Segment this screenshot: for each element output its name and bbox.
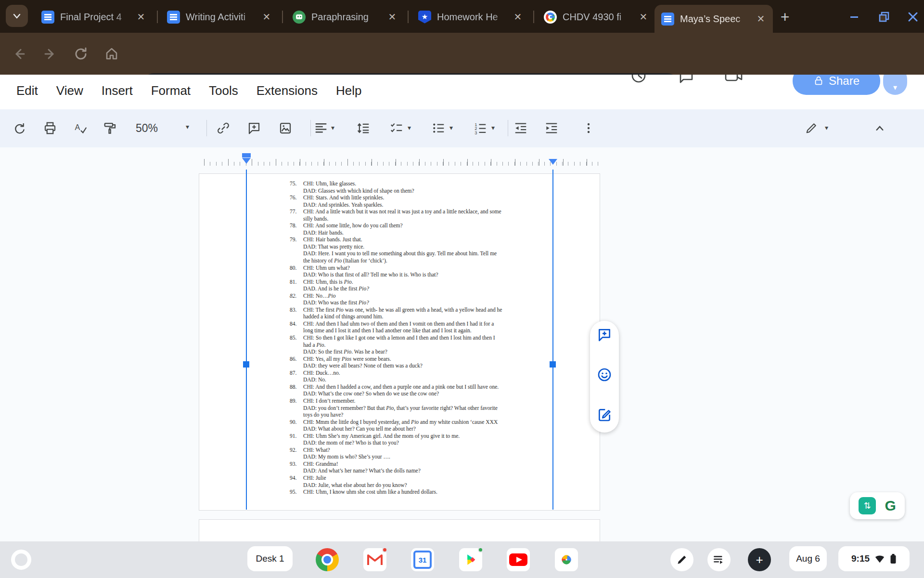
app-chrome[interactable] xyxy=(316,548,339,571)
chevron-down-icon[interactable]: ▾ xyxy=(491,124,495,131)
menu-extensions[interactable]: Extensions xyxy=(251,80,323,101)
browser-toolbar: docs.google.com/document/d/1Ailwe7x4C-yU… xyxy=(0,33,924,75)
right-indent-marker[interactable] xyxy=(549,159,557,165)
add-comment-button[interactable] xyxy=(246,120,262,136)
meet-button[interactable] xyxy=(724,75,744,84)
stylus-tools-button[interactable] xyxy=(670,548,693,571)
decrease-indent-button[interactable] xyxy=(513,120,529,136)
desk-button[interactable]: Desk 1 xyxy=(247,546,293,571)
minimize-button[interactable] xyxy=(846,9,862,25)
new-tab-button[interactable]: + xyxy=(776,8,794,26)
selection-left-border xyxy=(246,170,247,510)
transcript-line: 83.CHI: The first Pio was one, with- he … xyxy=(290,306,502,314)
transcript-line: DAD: Julie, what else about her do you k… xyxy=(290,482,502,489)
add-comment-icon xyxy=(597,327,612,342)
checklist-button[interactable] xyxy=(388,120,405,136)
battery-icon xyxy=(890,553,897,564)
close-icon[interactable]: ✕ xyxy=(511,10,525,24)
numbered-list-button[interactable]: 123 xyxy=(472,120,488,136)
insert-link-button[interactable] xyxy=(215,120,231,136)
tab-mayas-speech-active[interactable]: Maya’s Speec ✕ xyxy=(654,5,773,33)
tab-title: Final Project 4 xyxy=(60,12,134,23)
close-icon[interactable]: ✕ xyxy=(754,12,768,26)
home-button[interactable] xyxy=(102,44,121,64)
selection-handle-right[interactable] xyxy=(550,361,556,368)
close-icon[interactable]: ✕ xyxy=(385,10,399,24)
date-button[interactable]: Aug 6 xyxy=(789,546,827,571)
chevron-down-icon[interactable]: ▾ xyxy=(449,124,453,131)
line-spacing-button[interactable] xyxy=(355,120,372,136)
tab-writing-activity[interactable]: Writing Activiti ✕ xyxy=(160,5,279,29)
version-history-button[interactable] xyxy=(630,75,647,84)
increase-indent-button[interactable] xyxy=(543,120,560,136)
close-icon[interactable]: ✕ xyxy=(134,10,148,24)
menu-help[interactable]: Help xyxy=(330,80,367,101)
insert-image-button[interactable] xyxy=(277,120,294,136)
close-window-button[interactable] xyxy=(905,9,921,25)
restore-icon xyxy=(878,11,890,23)
launcher-button[interactable] xyxy=(11,550,31,570)
menu-insert[interactable]: Insert xyxy=(96,80,139,101)
emoji-react-button[interactable] xyxy=(596,367,613,383)
app-play-store[interactable] xyxy=(459,548,482,571)
tab-divider xyxy=(533,11,534,23)
print-button[interactable] xyxy=(42,120,58,136)
media-queue-button[interactable] xyxy=(707,548,731,571)
left-indent-marker[interactable] xyxy=(242,153,251,166)
comment-icon xyxy=(677,75,694,84)
app-photos[interactable] xyxy=(555,548,578,571)
tab-search-button[interactable] xyxy=(6,5,28,27)
close-icon[interactable]: ✕ xyxy=(259,10,274,24)
tab-paraphrasing[interactable]: Paraphrasing ✕ xyxy=(286,5,404,29)
forward-button[interactable] xyxy=(40,44,60,64)
paint-format-button[interactable] xyxy=(102,120,118,136)
emoji-smiley-icon xyxy=(597,367,612,382)
spell-check-button[interactable]: A xyxy=(73,120,89,136)
transcript-line: DAD: What’s the cow one? So when do we u… xyxy=(290,390,502,397)
spell-check-icon: A xyxy=(74,121,88,135)
document-canvas: 75.CHI: Uhm, like glasses.DAD: Glasses w… xyxy=(0,147,924,541)
docs-icon xyxy=(41,11,54,24)
hide-menus-button[interactable] xyxy=(872,120,888,136)
align-button[interactable] xyxy=(313,120,329,136)
comments-button[interactable] xyxy=(677,75,694,84)
back-button[interactable] xyxy=(10,44,29,64)
chevron-down-icon[interactable]: ▾ xyxy=(408,124,411,131)
close-icon[interactable]: ✕ xyxy=(636,10,651,24)
redo-button[interactable] xyxy=(11,120,27,136)
menu-format[interactable]: Format xyxy=(145,80,196,101)
editing-mode-button[interactable] xyxy=(803,120,820,136)
chevron-down-icon[interactable]: ▾ xyxy=(331,124,334,131)
tab-homework-help[interactable]: ★ Homework He ✕ xyxy=(411,5,530,29)
suggest-edits-button[interactable] xyxy=(596,407,613,423)
grammarly-widget[interactable]: ⇅ G xyxy=(850,492,905,519)
menu-tools[interactable]: Tools xyxy=(203,80,244,101)
ruler[interactable] xyxy=(204,158,603,166)
tab-divider xyxy=(157,11,158,23)
status-tray[interactable]: 9:15 xyxy=(838,546,910,571)
toolbar-more-button[interactable] xyxy=(580,120,597,136)
selection-handle-left[interactable] xyxy=(243,361,249,368)
tab-chdv-search[interactable]: CHDV 4930 fi ✕ xyxy=(537,5,655,29)
tote-plus-button[interactable]: + xyxy=(748,548,771,571)
add-comment-rail-button[interactable] xyxy=(596,327,613,343)
share-button[interactable]: Share xyxy=(793,75,880,95)
share-dropdown-button[interactable]: ▾ xyxy=(883,75,907,95)
app-calendar[interactable]: 31 xyxy=(411,548,434,571)
tab-final-project[interactable]: Final Project 4 ✕ xyxy=(35,5,153,29)
chevron-down-icon[interactable]: ▾ xyxy=(825,124,828,131)
screen: Final Project 4 ✕ Writing Activiti ✕ Par… xyxy=(0,0,924,578)
app-gmail[interactable] xyxy=(363,548,386,571)
docs-icon xyxy=(167,11,180,24)
menu-edit[interactable]: Edit xyxy=(11,80,44,101)
transcript-line: silly bands. xyxy=(290,215,502,223)
transcript-line: DAD: Hair bands. xyxy=(290,229,502,236)
restore-button[interactable] xyxy=(876,9,892,25)
reload-button[interactable] xyxy=(71,44,90,64)
transcript-line: 85.CHI: So then I got like I got one wit… xyxy=(290,334,502,342)
app-youtube[interactable] xyxy=(507,548,530,571)
menu-view[interactable]: View xyxy=(51,80,89,101)
zoom-select[interactable]: 50% ▾ xyxy=(130,120,192,136)
bulleted-list-button[interactable] xyxy=(430,120,447,136)
document-page-2[interactable] xyxy=(199,519,600,541)
